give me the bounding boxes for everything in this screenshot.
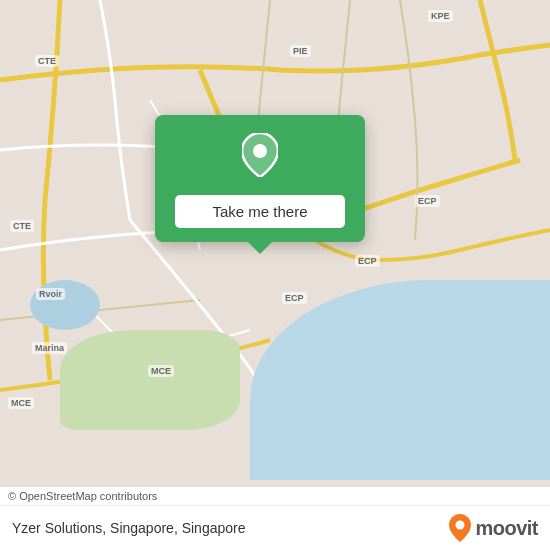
take-me-there-button[interactable]: Take me there [175,195,345,228]
road-label-ecp3: ECP [282,292,307,304]
road-label-cte2: CTE [10,220,34,232]
moovit-logo: moovit [449,514,538,542]
moovit-wordmark: moovit [475,517,538,540]
road-label-ecp1: ECP [415,195,440,207]
bottom-bar: © OpenStreetMap contributors Yzer Soluti… [0,487,550,550]
park-area [60,330,240,430]
road-label-mce1: MCE [148,365,174,377]
map-container: CTE CTE PIE PIE ECP ECP ECP MCE MCE KPE … [0,0,550,550]
attribution-text: © OpenStreetMap contributors [8,490,157,502]
svg-point-1 [456,521,465,530]
attribution-row: © OpenStreetMap contributors [0,487,550,506]
road-label-cte1: CTE [35,55,59,67]
road-label-marina: Marina [32,342,67,354]
location-row: Yzer Solutions, Singapore, Singapore moo… [0,506,550,550]
road-label-reservoir: Rvoir [36,288,65,300]
moovit-pin-icon [449,514,471,542]
road-label-pie1: PIE [290,45,311,57]
road-label-ecp2: ECP [355,255,380,267]
location-name: Yzer Solutions, Singapore, Singapore [12,520,245,536]
road-label-mce2: MCE [8,397,34,409]
popup-card: Take me there [155,115,365,242]
location-pin-icon [242,133,278,181]
road-label-kpe: KPE [428,10,453,22]
svg-point-0 [253,144,267,158]
